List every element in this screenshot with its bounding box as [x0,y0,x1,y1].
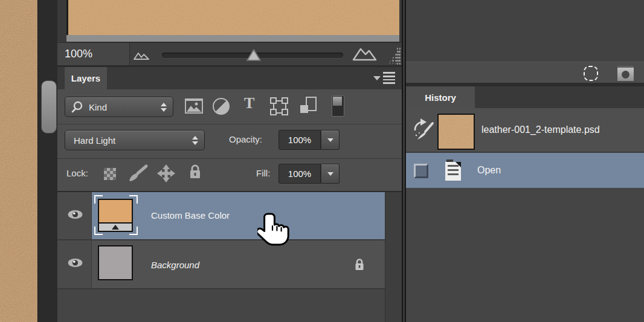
layers-tab-bar [57,67,402,89]
history-brush-source-icon[interactable] [412,117,435,141]
upper-panel-toolbar [406,62,644,83]
navigator-preview-image[interactable] [66,0,399,35]
opacity-value-field[interactable]: 100% [279,130,321,150]
document-canvas-leather-texture [0,0,37,322]
filter-smart-objects-icon[interactable] [300,97,318,115]
zoom-slider-thumb[interactable] [245,48,262,62]
layers-panel-menu-icon[interactable] [373,71,398,85]
menu-triangle [373,76,381,80]
fill-label: Fill: [256,168,270,178]
layer-thumbnail-image[interactable] [98,245,133,280]
mask-button[interactable] [617,66,634,81]
layer-list-scrollbar[interactable] [385,192,402,322]
layer-filter-kind-dropdown[interactable]: Kind [65,97,173,117]
layer-row-custom-base-color[interactable]: Custom Base Color [57,192,385,239]
caret-down-icon [327,172,333,176]
tab-history[interactable]: History [406,86,475,108]
lock-position-icon[interactable] [156,164,176,183]
history-state-label[interactable]: Open [477,165,501,176]
kind-filter-label: Kind [89,102,107,112]
row-separator [57,288,385,289]
zoom-out-icon[interactable] [133,50,151,60]
eye-icon[interactable] [67,257,83,268]
hand-cursor-icon [257,211,291,250]
menu-lines [383,72,395,83]
mask-circle-icon [622,71,630,79]
filter-type-layers-icon[interactable]: T [244,95,254,111]
blend-mode-dropdown[interactable]: Hard Light [65,130,205,150]
filter-adjustment-layers-icon[interactable] [213,98,230,115]
thumb-bracket [129,227,138,235]
panel-divider[interactable] [402,0,406,322]
fill-layer-slider-strip [99,222,132,231]
search-icon [71,100,84,114]
opacity-label: Opacity: [229,134,262,144]
fill-value: 100% [288,169,311,179]
layers-tab-label: Layers [71,73,100,83]
selection-dashed-icon[interactable] [584,66,598,81]
lock-transparent-pixels-icon[interactable] [104,168,116,180]
history-brush-well[interactable] [414,164,428,178]
layer-thumbnail-fill[interactable] [98,199,133,232]
navigator-zoom-field[interactable]: 100% [57,43,130,65]
fill-value-field[interactable]: 100% [279,164,321,184]
eye-icon[interactable] [67,209,83,220]
lock-all-icon[interactable] [188,163,202,180]
history-snapshot-name[interactable]: leather-001_2-template.psd [481,124,600,135]
zoom-in-icon[interactable] [352,46,378,62]
history-snapshot-thumbnail[interactable] [437,114,475,150]
opacity-dropdown-button[interactable] [321,130,340,150]
document-state-icon [445,159,462,181]
panel-divider-grip [396,47,401,65]
thumb-bracket [94,195,103,204]
tab-layers[interactable]: Layers [65,67,107,89]
layer-name[interactable]: Background [151,260,199,270]
history-tab-label: History [425,92,456,103]
navigator-zoom-value: 100% [65,48,92,60]
history-state-open-row[interactable] [406,153,644,188]
lock-label: Lock: [66,168,88,178]
filter-pixel-layers-icon[interactable] [185,98,203,114]
dropdown-arrows-icon [161,103,167,112]
panel-resize-handle[interactable] [41,80,57,134]
layer-locked-icon [353,257,365,272]
caret-down-icon [327,138,333,142]
opacity-value: 100% [288,135,311,145]
photoshop-workspace: 100% Layers Kind T [0,0,644,322]
layer-row-background[interactable]: Background [57,240,385,288]
history-empty-area [406,188,644,322]
lock-image-pixels-icon[interactable] [127,164,149,183]
filter-shape-layers-icon[interactable] [270,97,288,115]
filter-toggle-switch-icon[interactable] [332,95,344,117]
fill-dropdown-button[interactable] [321,164,340,184]
thumb-bracket [94,227,103,235]
layer-name[interactable]: Custom Base Color [151,210,230,221]
blend-mode-value: Hard Light [74,135,115,146]
dropdown-arrows-icon [192,136,198,145]
thumb-bracket [129,195,138,204]
